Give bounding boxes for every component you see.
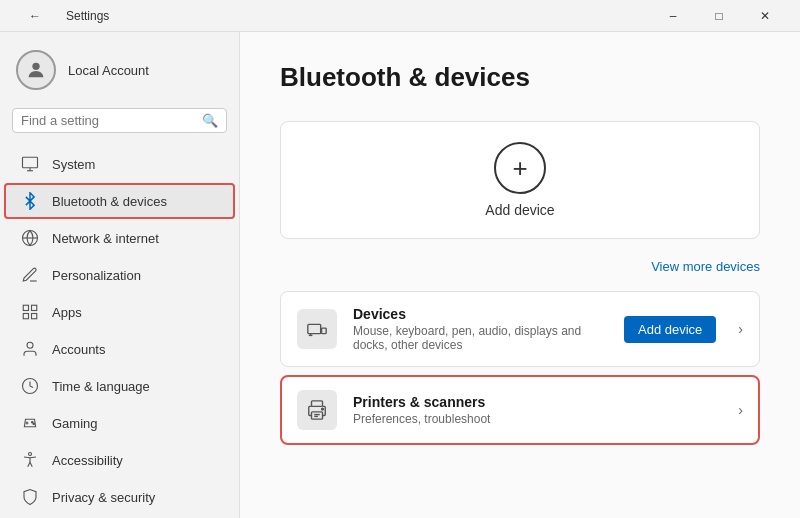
- bluetooth-icon: [20, 191, 40, 211]
- svg-rect-18: [322, 328, 327, 334]
- svg-point-25: [322, 408, 324, 410]
- printers-icon-svg: [306, 399, 328, 421]
- printers-chevron-icon: ›: [738, 402, 743, 418]
- devices-chevron-icon: ›: [738, 321, 743, 337]
- nav-list: System Bluetooth & devices Network & int…: [0, 145, 239, 516]
- printers-row[interactable]: Printers & scanners Preferences, trouble…: [280, 375, 760, 445]
- user-name: Local Account: [68, 63, 149, 78]
- search-input[interactable]: [21, 113, 196, 128]
- svg-rect-9: [32, 314, 37, 319]
- search-box[interactable]: 🔍: [12, 108, 227, 133]
- sidebar-item-accessibility[interactable]: Accessibility: [4, 442, 235, 478]
- sidebar-item-personalization[interactable]: Personalization: [4, 257, 235, 293]
- user-section: Local Account: [0, 40, 239, 104]
- svg-rect-7: [32, 305, 37, 310]
- sidebar: Local Account 🔍 System Bluetooth & devic…: [0, 32, 240, 518]
- sidebar-item-label: Bluetooth & devices: [52, 194, 167, 209]
- apps-icon: [20, 302, 40, 322]
- svg-rect-6: [23, 305, 28, 310]
- sidebar-item-time[interactable]: Time & language: [4, 368, 235, 404]
- accessibility-icon: [20, 450, 40, 470]
- sidebar-item-label: Gaming: [52, 416, 98, 431]
- sidebar-item-gaming[interactable]: Gaming: [4, 405, 235, 441]
- sidebar-item-label: Time & language: [52, 379, 150, 394]
- network-icon: [20, 228, 40, 248]
- devices-info: Devices Mouse, keyboard, pen, audio, dis…: [353, 306, 608, 352]
- sidebar-item-system[interactable]: System: [4, 146, 235, 182]
- svg-point-14: [32, 422, 34, 424]
- devices-add-device-button[interactable]: Add device: [624, 316, 716, 343]
- close-button[interactable]: ✕: [742, 0, 788, 32]
- personalization-icon: [20, 265, 40, 285]
- maximize-button[interactable]: □: [696, 0, 742, 32]
- gaming-icon: [20, 413, 40, 433]
- sidebar-item-network[interactable]: Network & internet: [4, 220, 235, 256]
- page-title: Bluetooth & devices: [280, 62, 760, 93]
- devices-name: Devices: [353, 306, 608, 322]
- sidebar-item-label: Accessibility: [52, 453, 123, 468]
- svg-rect-17: [308, 324, 321, 333]
- devices-desc: Mouse, keyboard, pen, audio, displays an…: [353, 324, 608, 352]
- avatar: [16, 50, 56, 90]
- minimize-button[interactable]: –: [650, 0, 696, 32]
- accounts-icon: [20, 339, 40, 359]
- sidebar-item-label: Network & internet: [52, 231, 159, 246]
- devices-row[interactable]: Devices Mouse, keyboard, pen, audio, dis…: [280, 291, 760, 367]
- titlebar: ← Settings – □ ✕: [0, 0, 800, 32]
- privacy-icon: [20, 487, 40, 507]
- search-icon: 🔍: [202, 113, 218, 128]
- time-icon: [20, 376, 40, 396]
- sidebar-item-label: Privacy & security: [52, 490, 155, 505]
- svg-rect-21: [312, 401, 323, 407]
- sidebar-item-bluetooth[interactable]: Bluetooth & devices: [4, 183, 235, 219]
- svg-rect-1: [23, 157, 38, 168]
- devices-icon-svg: [306, 318, 328, 340]
- system-icon: [20, 154, 40, 174]
- sidebar-item-label: Accounts: [52, 342, 105, 357]
- view-more-devices-link[interactable]: View more devices: [651, 259, 760, 274]
- svg-point-15: [33, 423, 35, 425]
- add-device-card[interactable]: + Add device: [280, 121, 760, 239]
- sidebar-item-label: Personalization: [52, 268, 141, 283]
- view-more-link: View more devices: [280, 251, 760, 291]
- main-container: Local Account 🔍 System Bluetooth & devic…: [0, 32, 800, 518]
- svg-point-0: [32, 63, 39, 70]
- svg-point-10: [27, 342, 33, 348]
- sidebar-item-accounts[interactable]: Accounts: [4, 331, 235, 367]
- add-device-plus-icon: +: [494, 142, 546, 194]
- svg-rect-8: [23, 314, 28, 319]
- printers-info: Printers & scanners Preferences, trouble…: [353, 394, 716, 426]
- sidebar-item-privacy[interactable]: Privacy & security: [4, 479, 235, 515]
- sidebar-item-label: System: [52, 157, 95, 172]
- sidebar-item-label: Apps: [52, 305, 82, 320]
- titlebar-left: ← Settings: [12, 0, 109, 32]
- back-button[interactable]: ←: [12, 0, 58, 32]
- printers-desc: Preferences, troubleshoot: [353, 412, 716, 426]
- add-device-label: Add device: [485, 202, 554, 218]
- titlebar-controls: – □ ✕: [650, 0, 788, 32]
- printers-icon: [297, 390, 337, 430]
- sidebar-item-apps[interactable]: Apps: [4, 294, 235, 330]
- printers-name: Printers & scanners: [353, 394, 716, 410]
- devices-icon: [297, 309, 337, 349]
- titlebar-title: Settings: [66, 9, 109, 23]
- content-area: Bluetooth & devices + Add device View mo…: [240, 32, 800, 518]
- svg-point-16: [29, 453, 32, 456]
- svg-rect-22: [312, 412, 323, 419]
- user-icon: [25, 59, 47, 81]
